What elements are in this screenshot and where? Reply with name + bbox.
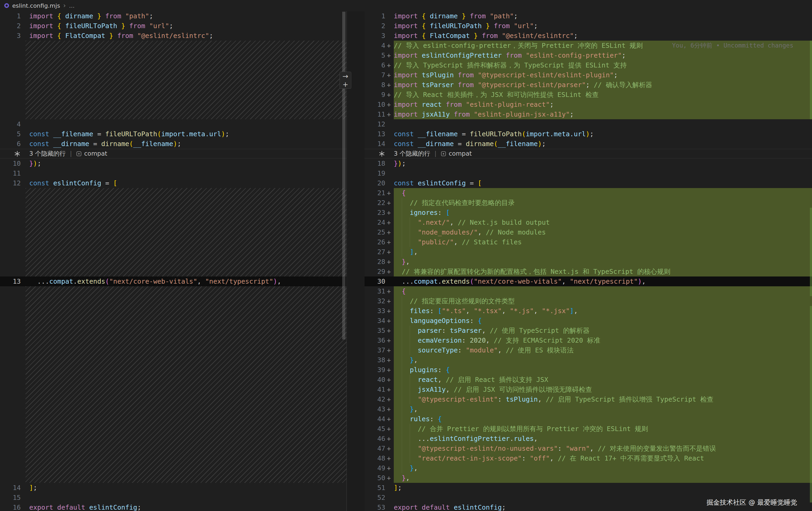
code-line[interactable]: 5const __filename = fileURLToPath(import… xyxy=(0,129,346,139)
added-code-line[interactable]: 28+ }, xyxy=(365,257,812,267)
code-line[interactable]: 2import { fileURLToPath } from "url"; xyxy=(0,21,346,31)
stage-change-button[interactable]: + xyxy=(340,80,351,88)
code-token: ( xyxy=(522,130,526,138)
added-code-line[interactable]: 44+ rules: { xyxy=(365,414,812,424)
code-line[interactable]: 14const __dirname = dirname(__filename); xyxy=(365,139,812,149)
added-code-line[interactable]: 49+ }, xyxy=(365,463,812,473)
added-code-line[interactable]: 7+import tsPlugin from "@typescript-esli… xyxy=(365,70,812,80)
collapsed-symbol-label[interactable]: compat xyxy=(449,149,472,158)
code-line[interactable]: 1import { dirname } from "path"; xyxy=(365,11,812,21)
code-line[interactable]: 19 xyxy=(365,169,812,178)
added-code-line[interactable]: 21+ { xyxy=(365,188,812,198)
code-line[interactable]: 13 ...compat.extends("next/core-web-vita… xyxy=(0,276,346,286)
added-code-line[interactable]: 42+ "@typescript-eslint": tsPlugin, // 启… xyxy=(365,394,812,404)
added-code-line[interactable]: 50+ }, xyxy=(365,473,812,483)
code-token: , xyxy=(277,277,281,285)
added-code-line[interactable]: 26+ "public/", // Static files xyxy=(365,237,812,247)
gutter-spacer xyxy=(385,31,394,41)
breadcrumb-symbol-picker[interactable]: ... xyxy=(69,2,75,9)
code-token: ignores xyxy=(394,209,438,216)
code-line[interactable]: 20const eslintConfig = [ xyxy=(365,178,812,188)
code-line[interactable]: 3import { FlatCompat } from "@eslint/esl… xyxy=(365,31,812,41)
code-token: "path" xyxy=(486,12,514,20)
code-line[interactable]: 12 xyxy=(365,119,812,129)
added-code-line[interactable]: 22+ // 指定在代码检查时要忽略的目录 xyxy=(365,198,812,208)
added-code-line[interactable]: 34+ languageOptions: { xyxy=(365,316,812,326)
code-line[interactable]: 12const eslintConfig = [ xyxy=(0,178,346,188)
code-token: languageOptions xyxy=(394,317,470,325)
code-line[interactable]: 15 xyxy=(0,493,346,503)
added-code-line[interactable]: 40+ react, // 启用 React 插件以支持 JSX xyxy=(365,375,812,385)
hidden-lines-label[interactable]: 3 个隐藏的行 xyxy=(29,149,66,158)
added-code-line[interactable]: 41+ jsxA11y, // 启用 JSX 可访问性插件以增强无障碍检查 xyxy=(365,385,812,394)
code-token: default xyxy=(418,504,450,511)
added-code-line[interactable]: 24+ ".next/", // Next.js build output xyxy=(365,217,812,227)
added-code-line[interactable]: 29+ // 将兼容的扩展配置转化为新的配置格式，包括 Next.js 和 Ty… xyxy=(365,267,812,276)
added-code-line[interactable]: 47+ "@typescript-eslint/no-unused-vars":… xyxy=(365,444,812,453)
collapsed-region-row[interactable]: 3 个隐藏的行|compat xyxy=(0,149,346,158)
added-code-line[interactable]: 48+ "react/react-in-jsx-scope": "off", /… xyxy=(365,453,812,463)
line-content: // 将兼容的扩展配置转化为新的配置格式，包括 Next.js 和 TypeSc… xyxy=(394,267,812,276)
code-line[interactable]: 51]; xyxy=(365,483,812,493)
code-line[interactable]: 2import { fileURLToPath } from "url"; xyxy=(365,21,812,31)
line-number: 2 xyxy=(365,21,385,31)
added-code-line[interactable]: 6+// 导入 TypeScript 插件和解析器，为 TypeScript 提… xyxy=(365,60,812,70)
code-line[interactable]: 4 xyxy=(0,119,346,129)
hidden-lines-label[interactable]: 3 个隐藏的行 xyxy=(394,149,430,158)
code-token: ) xyxy=(221,130,225,138)
added-code-line[interactable]: 25+ "node_modules/", // Node modules xyxy=(365,227,812,237)
collapsed-symbol-label[interactable]: compat xyxy=(84,149,107,158)
added-code-line[interactable]: 46+ ...eslintConfigPrettier.rules, xyxy=(365,434,812,444)
added-code-line[interactable]: 43+ }, xyxy=(365,404,812,414)
original-editor-pane[interactable]: 1import { dirname } from "path";2import … xyxy=(0,11,346,511)
code-token: = xyxy=(93,130,105,138)
code-token: "eslint-plugin-jsx-a11y" xyxy=(470,111,570,118)
left-scrollbar-thumb[interactable] xyxy=(342,12,345,339)
added-code-line[interactable]: 10+import react from "eslint-plugin-reac… xyxy=(365,99,812,110)
revert-change-button[interactable]: → xyxy=(340,72,351,80)
code-line[interactable]: 18}); xyxy=(365,158,812,169)
expand-hidden-lines-icon[interactable] xyxy=(14,151,20,157)
added-code-line[interactable]: 4+// 导入 eslint-config-prettier，关闭与 Prett… xyxy=(365,41,812,51)
added-code-line[interactable]: 9+// 导入 React 相关插件，为 JSX 和可访问性提供 ESLint … xyxy=(365,90,812,99)
code-token: fileURLToPath xyxy=(470,130,522,138)
added-code-line[interactable]: 38+ }, xyxy=(365,355,812,365)
code-token: : xyxy=(442,327,450,334)
added-code-line[interactable]: 36+ ecmaVersion: 2020, // 支持 ECMAScript … xyxy=(365,335,812,345)
code-token: } xyxy=(394,464,414,472)
code-line[interactable]: 1import { dirname } from "path"; xyxy=(0,11,346,21)
breadcrumb-filename[interactable]: eslint.config.mjs xyxy=(12,2,60,9)
added-code-line[interactable]: 35+ parser: tsParser, // 使用 TypeScript 的… xyxy=(365,326,812,335)
added-code-line[interactable]: 37+ sourceType: "module", // 使用 ES 模块语法 xyxy=(365,345,812,355)
code-line[interactable]: 30 ...compat.extends("next/core-web-vita… xyxy=(365,276,812,286)
code-token: "warn" xyxy=(566,445,589,452)
code-line[interactable]: 6const __dirname = dirname(__filename); xyxy=(0,139,346,149)
code-line[interactable]: 11 xyxy=(0,169,346,178)
code-line[interactable]: 3import { FlatCompat } from "@eslint/esl… xyxy=(0,31,346,41)
code-line[interactable]: 16export default eslintConfig; xyxy=(0,503,346,511)
added-code-line[interactable]: 5+import eslintConfigPrettier from "esli… xyxy=(365,51,812,60)
added-code-line[interactable]: 11+import jsxA11y from "eslint-plugin-js… xyxy=(365,110,812,119)
code-line[interactable]: 10}); xyxy=(0,158,346,169)
code-token: ) xyxy=(173,140,177,148)
added-code-line[interactable]: 23+ ignores: [ xyxy=(365,208,812,217)
code-token: from xyxy=(454,81,474,89)
added-code-line[interactable]: 31+ { xyxy=(365,286,812,296)
added-code-line[interactable]: 45+ // 合并 Prettier 的规则以禁用所有与 Prettier 冲突… xyxy=(365,424,812,434)
expand-hidden-lines-icon[interactable] xyxy=(379,151,385,157)
added-code-line[interactable]: 32+ // 指定要应用这些规则的文件类型 xyxy=(365,296,812,306)
added-code-line[interactable]: 8+import tsParser from "@typescript-esli… xyxy=(365,80,812,90)
line-number: 26 xyxy=(365,237,385,247)
diagonal-fill xyxy=(26,188,346,276)
code-line[interactable]: 14]; xyxy=(0,483,346,493)
added-line-indicator: + xyxy=(385,110,394,119)
added-code-line[interactable]: 27+ ], xyxy=(365,247,812,257)
line-number: 12 xyxy=(365,119,385,129)
added-code-line[interactable]: 33+ files: ["*.ts", "*.tsx", "*.js", "*.… xyxy=(365,306,812,316)
modified-editor-pane[interactable]: 1import { dirname } from "path";2import … xyxy=(365,11,812,511)
added-line-indicator: + xyxy=(385,434,394,444)
added-code-line[interactable]: 39+ plugins: { xyxy=(365,365,812,375)
collapsed-region-row[interactable]: 3 个隐藏的行|compat xyxy=(365,149,812,158)
indent-guide xyxy=(402,316,402,326)
code-line[interactable]: 13const __filename = fileURLToPath(impor… xyxy=(365,129,812,139)
